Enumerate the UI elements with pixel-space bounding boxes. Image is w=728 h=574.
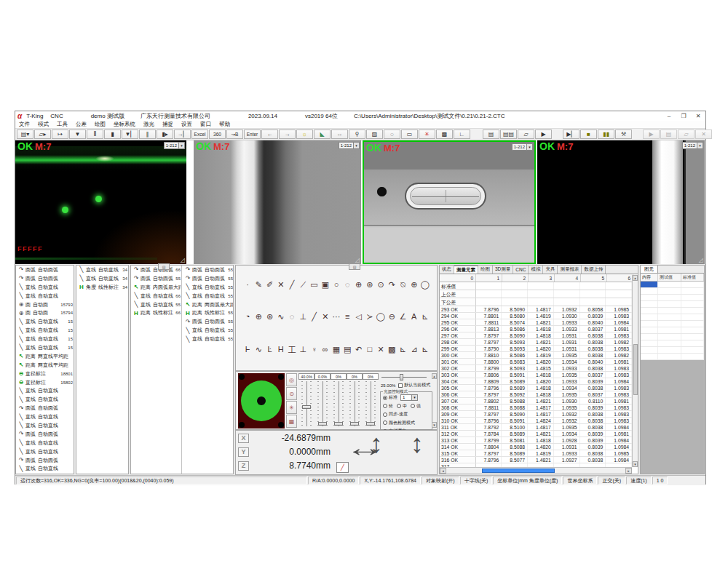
table-row[interactable]: 302 OK7.87998.50931.48151.09330.80381.09… [440,365,632,372]
element-list-item[interactable]: ⊖直径标注18801 [16,370,74,378]
gallery-row[interactable] [641,301,704,308]
diagonal-move-button[interactable]: ╱ [336,462,349,473]
resize-corner-icon[interactable]: ◿ [529,255,533,262]
toolbar-button[interactable]: ← [261,129,278,139]
gallery-row[interactable] [641,295,704,301]
camera-view-2[interactable]: OK M:7 1-212▾ ◿ [194,140,361,264]
measure-tool-icon[interactable]: ⊛ [265,312,275,322]
toolbar-button[interactable]: ⚒ [615,129,632,139]
menu-item-公差[interactable]: 公差 [76,121,87,128]
measure-tool-icon[interactable]: ⊾ [420,312,430,322]
scrollbar-thumb[interactable] [633,344,638,395]
toolbar-button[interactable]: 360 [209,129,226,139]
gallery-row[interactable] [641,308,704,314]
light-segment-button[interactable]: ▦ [286,415,297,428]
element-list-item[interactable]: ⊕圆自动圆15794 [16,308,74,317]
camera-view-4[interactable]: OK M:7 1-212▾ ◿ [537,140,705,264]
chevron-down-icon[interactable]: ▾ [178,143,184,148]
table-row[interactable]: 294 OK7.88018.50801.48191.09300.80391.09… [440,313,632,319]
gallery-row[interactable] [641,314,704,321]
scroll-right-arrow[interactable]: ▸ [625,468,632,474]
toolbar-button[interactable]: ◣ [314,129,331,139]
measure-tool-icon[interactable]: ◯ [420,280,430,290]
toolbar-button[interactable]: ▤▾ [17,129,33,139]
tab-夹具[interactable]: 夹具 [543,266,558,274]
resize-corner-icon[interactable]: ◿ [181,257,185,263]
measure-tool-icon[interactable]: ╱ [287,280,297,290]
menu-item-设置[interactable]: 设置 [181,121,192,128]
measure-tool-icon[interactable]: ⊕ [354,280,364,290]
element-list-item[interactable]: ╲直线自动直线34 [76,274,128,283]
element-list-item[interactable]: H距离线性标注66 [131,308,181,317]
radio-轻[interactable] [383,404,387,408]
gallery-row[interactable] [641,327,704,334]
gallery-row[interactable] [641,334,704,340]
element-list-item[interactable]: ╲直线自动直线 [16,421,74,430]
measure-tool-icon[interactable]: ⍉ [398,280,408,290]
measure-tool-icon[interactable]: 工 [287,345,297,356]
element-list-item[interactable]: ↷圆弧自动圆弧 [16,266,74,274]
scroll-left-arrow[interactable]: ◂ [440,468,446,474]
tab-绘图[interactable]: 绘图 [478,266,493,274]
splitter-button[interactable]: ▤ [349,263,360,270]
toolbar-button[interactable]: ▼ [69,129,86,139]
slider-thumb[interactable] [318,422,327,426]
element-list-item[interactable]: ↖距离内圆弧最大距 [131,283,181,292]
table-row[interactable]: 标准值 [440,282,632,290]
menu-item-捕捉[interactable]: 捕捉 [162,121,173,128]
table-row[interactable]: 313 OK7.87998.50811.48181.09280.80391.09… [440,437,632,444]
measure-tool-icon[interactable]: ▦ [331,345,341,356]
radio-强[interactable] [411,404,415,408]
table-row[interactable]: 306 OK7.87978.50921.48181.09350.80371.09… [440,391,632,398]
table-row[interactable]: 315 OK7.87978.50891.48191.09330.80381.09… [440,450,632,457]
toolbar-button[interactable]: ▤ [483,129,499,139]
element-list-item[interactable]: ╲直线自动直线 [16,283,74,292]
element-list-item[interactable]: ╲直线自动直线 [16,292,74,300]
element-list-item[interactable]: ↖距离两直线平均距 [16,361,74,370]
element-list-item[interactable]: ↷圆弧自动圆弧 [16,404,74,412]
element-list-item[interactable]: ╲直线自动直线 [16,386,74,395]
element-list-item[interactable]: ╲直线自动直线34 [76,266,128,274]
toolbar-button[interactable]: ✕ [695,129,712,139]
camera-scale-select[interactable]: 1-212▾ [339,142,360,149]
table-row[interactable]: 299 OK7.87908.50931.48201.09310.80381.09… [440,346,632,352]
element-list-item[interactable]: ╲直线自动直线55 [131,300,181,309]
measure-tool-icon[interactable]: ∞ [320,345,331,356]
chevron-down-icon[interactable]: ▾ [353,143,359,148]
gallery-row[interactable] [641,282,704,288]
table-row[interactable]: 304 OK7.88098.50891.48201.09330.80391.09… [440,378,632,385]
toolbar-button[interactable]: →▏ [174,129,191,139]
table-row[interactable]: 307 OK7.88028.50881.48211.09300.81101.09… [440,398,632,404]
slider-thumb[interactable] [366,422,375,426]
table-row[interactable]: 308 OK7.88118.50881.48171.09350.80391.09… [440,404,632,411]
toolbar-button[interactable]: Ⅱ [87,129,103,139]
slider-thumb[interactable] [400,374,403,380]
table-row[interactable]: 下公差 [440,298,632,306]
element-list-item[interactable]: ↷圆弧自动圆弧66 [131,266,181,274]
element-list-item[interactable]: ╲直线自动直线 [16,439,74,447]
measure-tool-icon[interactable]: ✕ [276,280,286,290]
radio-sync[interactable] [383,412,387,417]
measure-tool-icon[interactable]: ↶ [354,345,364,356]
table-row[interactable]: 314 OK7.88048.50881.48201.09310.80391.09… [440,444,632,450]
toolbar-button[interactable]: ▼▏ [122,129,138,139]
table-row[interactable]: 309 OK7.87978.50901.48171.09320.80381.09… [440,411,632,418]
measure-tool-icon[interactable]: ≡ [342,312,352,322]
light-segment-button[interactable]: ⊙ [286,387,297,400]
resize-corner-icon[interactable]: ◿ [355,257,360,263]
element-list-item[interactable]: ╲直线自动直线55 [183,326,234,335]
toolbar-button[interactable]: ▱ [678,129,695,139]
element-list-item[interactable]: ╲直线自动直线55 [183,283,234,292]
toolbar-button[interactable]: ▶ [643,129,660,139]
scroll-up-arrow[interactable]: ▲ [432,373,437,379]
measure-tool-icon[interactable]: · [242,280,253,290]
splitter-button[interactable]: ▤ [158,263,170,270]
element-list-item[interactable]: ╲直线自动直线 [16,447,74,456]
camera-view-1[interactable]: FFFFF OK M:7 1-212▾ ◿ [15,140,186,264]
menu-item-帮助[interactable]: 帮助 [219,121,230,128]
measure-tool-icon[interactable]: ⊿ [409,345,419,356]
measure-tool-icon[interactable]: ○ [331,280,341,290]
toolbar-button[interactable]: ◌ [384,129,400,139]
element-list-item[interactable]: ↖距离两直线平均距 [16,352,74,361]
horizontal-scrollbar[interactable]: ◂ ▸ [440,467,632,474]
